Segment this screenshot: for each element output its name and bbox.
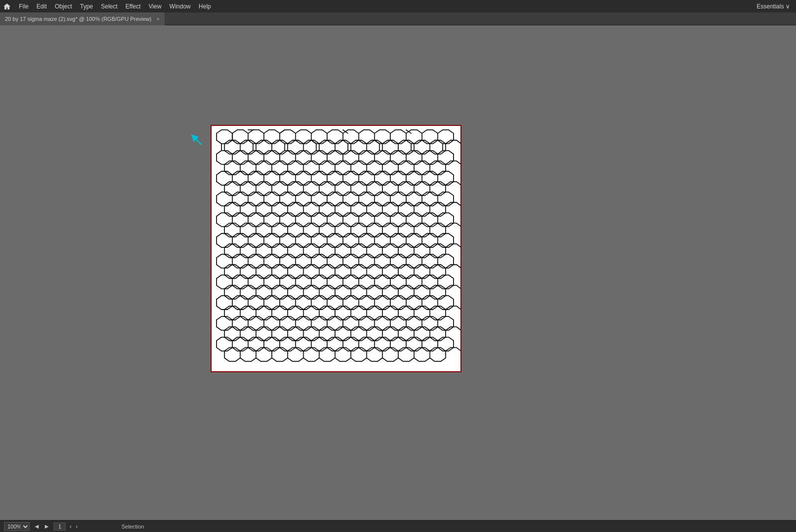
essentials-label[interactable]: Essentials ∨ <box>753 3 794 10</box>
document-tab[interactable]: 20 by 17 sigma maze (2).svg* @ 100% (RGB… <box>0 12 165 25</box>
document-canvas <box>211 125 461 372</box>
menu-select[interactable]: Select <box>97 0 121 12</box>
maze-svg <box>212 126 460 371</box>
status-bar: 100% 50% 200% ◀ ▶ ‹ › Selection <box>0 520 796 532</box>
menu-file[interactable]: File <box>15 0 32 12</box>
svg-rect-0 <box>212 126 460 371</box>
tab-title: 20 by 17 sigma maze (2).svg* @ 100% (RGB… <box>5 16 151 22</box>
zoom-control: 100% 50% 200% <box>4 522 30 531</box>
prev-page-button[interactable]: ◀ <box>34 524 40 529</box>
menu-effect[interactable]: Effect <box>121 0 144 12</box>
canvas-area <box>0 25 796 520</box>
menu-edit[interactable]: Edit <box>32 0 51 12</box>
page-input[interactable] <box>54 523 66 531</box>
status-right-arrow[interactable]: › <box>76 523 78 530</box>
zoom-select[interactable]: 100% 50% 200% <box>4 522 30 531</box>
home-icon[interactable] <box>2 1 12 11</box>
menu-view[interactable]: View <box>145 0 166 12</box>
menu-type[interactable]: Type <box>76 0 97 12</box>
next-page-button[interactable]: ▶ <box>44 524 50 529</box>
status-left-arrow[interactable]: ‹ <box>70 523 72 530</box>
tab-bar: 20 by 17 sigma maze (2).svg* @ 100% (RGB… <box>0 12 796 25</box>
tab-close-button[interactable]: × <box>156 16 159 22</box>
svg-line-17 <box>194 137 202 145</box>
menu-help[interactable]: Help <box>195 0 215 12</box>
menu-window[interactable]: Window <box>165 0 195 12</box>
cursor-arrow <box>191 134 206 149</box>
selection-label: Selection <box>121 524 144 530</box>
menu-bar: File Edit Object Type Select Effect View… <box>0 0 796 12</box>
menu-object[interactable]: Object <box>51 0 76 12</box>
